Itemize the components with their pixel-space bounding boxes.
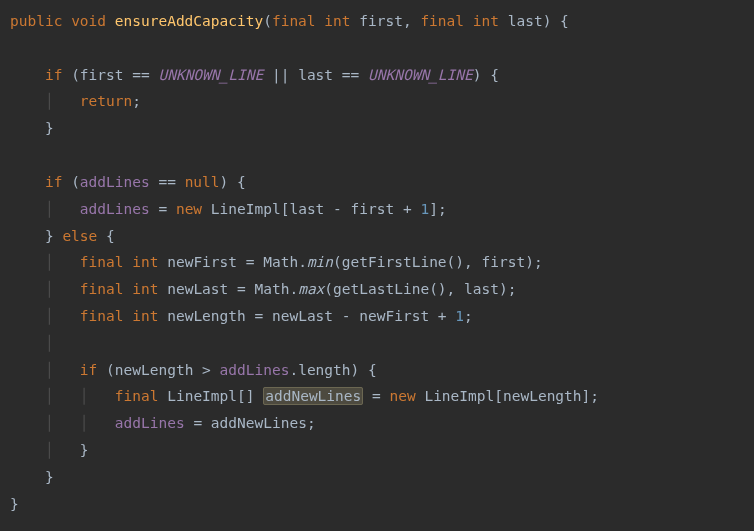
brace-close: } (45, 469, 54, 485)
op-assign: = (246, 254, 255, 270)
line-blank: │ (10, 335, 54, 351)
line-17: │ } (10, 442, 89, 458)
indent-guide: │ (80, 388, 89, 404)
semi: ; (307, 415, 316, 431)
paren-open: ( (106, 362, 115, 378)
method-max: max (298, 281, 324, 297)
semi: ; (508, 281, 517, 297)
indent-guide: │ (45, 335, 54, 351)
keyword-final: final (420, 13, 464, 29)
indent-guide: │ (45, 415, 54, 431)
const-unknown-line: UNKNOWN_LINE (368, 67, 473, 83)
type-lineimpl: LineImpl (211, 201, 281, 217)
brace-open: { (368, 362, 377, 378)
bracket-close: ] (582, 388, 591, 404)
paren-close: ) (525, 254, 534, 270)
keyword-public: public (10, 13, 62, 29)
dot: . (289, 362, 298, 378)
ident-last: last (464, 281, 499, 297)
brace-close: } (10, 496, 19, 512)
line-19: } (10, 496, 19, 512)
indent-guide: │ (45, 362, 54, 378)
paren-open: ( (263, 13, 272, 29)
line-3: if (first == UNKNOWN_LINE || last == UNK… (10, 67, 499, 83)
op-assign: = (237, 281, 246, 297)
paren-open: ( (324, 281, 333, 297)
paren-close: ) (543, 13, 552, 29)
ident-addnewlines-highlighted: addNewLines (263, 387, 363, 405)
code-editor[interactable]: public void ensureAddCapacity(final int … (0, 0, 754, 525)
line-12: │ final int newLength = newLast - newFir… (10, 308, 473, 324)
brace-open: { (490, 67, 499, 83)
method-name: ensureAddCapacity (115, 13, 263, 29)
ident-math: Math (263, 254, 298, 270)
line-4: │ return; (10, 93, 141, 109)
bracket-open: [ (237, 388, 246, 404)
line-blank (10, 147, 19, 163)
indent-guide: │ (45, 281, 54, 297)
line-10: │ final int newFirst = Math.min(getFirst… (10, 254, 543, 270)
op-plus: + (403, 201, 412, 217)
comma: , (447, 281, 456, 297)
brace-close: } (45, 228, 54, 244)
paren-close: ) (473, 67, 482, 83)
ident-newfirst: newFirst (359, 308, 429, 324)
brace-open: { (237, 174, 246, 190)
brace-close: } (80, 442, 89, 458)
line-7: if (addLines == null) { (10, 174, 246, 190)
line-15: │ │ final LineImpl[] addNewLines = new L… (10, 387, 599, 405)
keyword-int: int (132, 281, 158, 297)
ident-first: first (482, 254, 526, 270)
comma: , (403, 13, 412, 29)
param-first: first (359, 13, 403, 29)
indent-guide: │ (45, 254, 54, 270)
op-plus: + (438, 308, 447, 324)
line-14: │ if (newLength > addLines.length) { (10, 362, 377, 378)
keyword-final: final (80, 254, 124, 270)
bracket-close: ] (246, 388, 255, 404)
op-eqeq: == (342, 67, 359, 83)
ident-math: Math (255, 281, 290, 297)
field-addlines: addLines (220, 362, 290, 378)
op-assign: = (193, 415, 202, 431)
keyword-final: final (80, 308, 124, 324)
keyword-if: if (45, 174, 62, 190)
op-gt: > (202, 362, 211, 378)
method-getlastline: getLastLine (333, 281, 429, 297)
paren-open: ( (71, 67, 80, 83)
paren-close: ) (438, 281, 447, 297)
line-5: } (10, 120, 54, 136)
line-blank (10, 40, 19, 56)
field-addlines: addLines (80, 174, 150, 190)
ident-newfirst: newFirst (167, 254, 237, 270)
keyword-int: int (324, 13, 350, 29)
ident-last: last (289, 201, 324, 217)
brace-open: { (106, 228, 115, 244)
semi: ; (438, 201, 447, 217)
keyword-int: int (132, 308, 158, 324)
indent-guide: │ (45, 388, 54, 404)
keyword-final: final (115, 388, 159, 404)
paren-close: ) (351, 362, 360, 378)
indent-guide: │ (45, 201, 54, 217)
brace-close: } (45, 120, 54, 136)
op-assign: = (372, 388, 381, 404)
paren-close: ) (220, 174, 229, 190)
ident-first: first (351, 201, 395, 217)
indent-guide: │ (45, 93, 54, 109)
semi: ; (464, 308, 473, 324)
line-9: } else { (10, 228, 115, 244)
paren-close: ) (455, 254, 464, 270)
keyword-final: final (80, 281, 124, 297)
ident-last: last (298, 67, 333, 83)
const-unknown-line: UNKNOWN_LINE (158, 67, 263, 83)
line-8: │ addLines = new LineImpl[last - first +… (10, 201, 447, 217)
op-assign: = (158, 201, 167, 217)
op-eqeq: == (132, 67, 149, 83)
ident-addnewlines: addNewLines (211, 415, 307, 431)
indent-guide: │ (45, 442, 54, 458)
ident-newlength: newLength (167, 308, 246, 324)
dot: . (298, 254, 307, 270)
keyword-return: return (80, 93, 132, 109)
paren-close: ) (499, 281, 508, 297)
